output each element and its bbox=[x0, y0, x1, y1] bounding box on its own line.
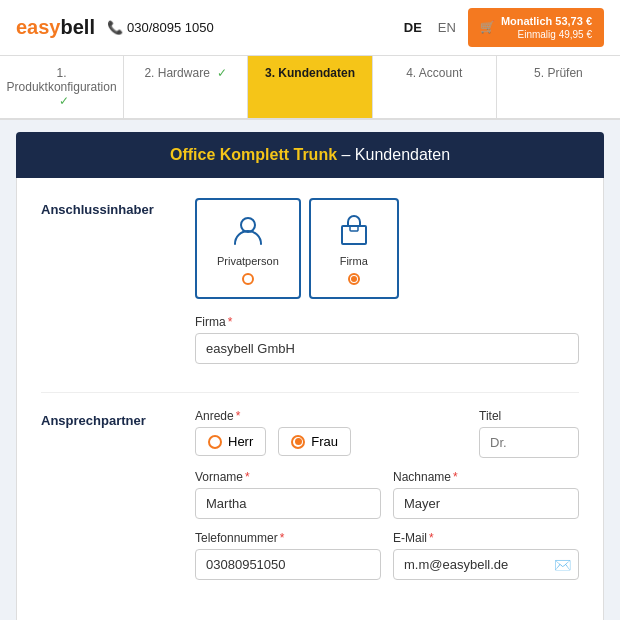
vorname-input[interactable] bbox=[195, 488, 381, 519]
titel-group: Titel bbox=[479, 409, 579, 458]
step-3-label: 3. Kundendaten bbox=[265, 66, 355, 80]
nachname-group: Nachname* bbox=[393, 470, 579, 519]
ansprechpartner-label: Ansprechpartner bbox=[41, 409, 171, 592]
title-rest: – Kundendaten bbox=[342, 146, 451, 163]
owner-type-privatperson[interactable]: Privatperson bbox=[195, 198, 301, 299]
firma-label: Firma* bbox=[195, 315, 579, 329]
header-left: easybell 📞 030/8095 1050 bbox=[16, 16, 214, 39]
frau-radio-circle bbox=[291, 435, 305, 449]
firma-icon bbox=[331, 212, 377, 251]
step-5-label: 5. Prüfen bbox=[534, 66, 583, 80]
phone: 📞 030/8095 1050 bbox=[107, 20, 214, 35]
email-label: E-Mail* bbox=[393, 531, 579, 545]
form-card: Anschlussinhaber Privatperson bbox=[16, 178, 604, 620]
step-1[interactable]: 1. Produktkonfiguration ✓ bbox=[0, 56, 124, 118]
price-monthly: Monatlich 53,73 € bbox=[501, 14, 592, 28]
frau-label: Frau bbox=[311, 434, 338, 449]
phone-icon: 📞 bbox=[107, 20, 123, 35]
anrede-label: Anrede* bbox=[195, 409, 467, 423]
svg-rect-2 bbox=[350, 226, 358, 231]
titel-label: Titel bbox=[479, 409, 579, 423]
section-title: Office Komplett Trunk – Kundendaten bbox=[16, 132, 604, 178]
step-4[interactable]: 4. Account bbox=[373, 56, 497, 118]
email-input[interactable] bbox=[393, 549, 579, 580]
firma-req: * bbox=[228, 315, 233, 329]
lang-switcher: DE EN 🛒 Monatlich 53,73 € Einmalig 49,95… bbox=[400, 8, 604, 47]
step-2[interactable]: 2. Hardware ✓ bbox=[124, 56, 248, 118]
email-wrapper: ✉️ bbox=[393, 549, 579, 580]
svg-point-0 bbox=[241, 218, 255, 232]
telefon-input[interactable] bbox=[195, 549, 381, 580]
cart-button[interactable]: 🛒 Monatlich 53,73 € Einmalig 49,95 € bbox=[468, 8, 604, 47]
price-once: Einmalig 49,95 € bbox=[501, 28, 592, 41]
step-1-check: ✓ bbox=[59, 94, 69, 108]
step-1-label: 1. Produktkonfiguration bbox=[7, 66, 117, 94]
step-4-label: 4. Account bbox=[406, 66, 462, 80]
privatperson-icon bbox=[217, 212, 279, 251]
lang-en-button[interactable]: EN bbox=[434, 8, 460, 47]
herr-label: Herr bbox=[228, 434, 253, 449]
telefon-group: Telefonnummer* bbox=[195, 531, 381, 580]
owner-type-firma[interactable]: Firma bbox=[309, 198, 399, 299]
title-highlight: Office Komplett Trunk bbox=[170, 146, 337, 163]
anschlussinhaber-label: Anschlussinhaber bbox=[41, 198, 171, 376]
firma-input[interactable] bbox=[195, 333, 579, 364]
step-5[interactable]: 5. Prüfen bbox=[497, 56, 620, 118]
anrede-radio-group: Herr Frau bbox=[195, 427, 467, 456]
contact-row: Telefonnummer* E-Mail* ✉️ bbox=[195, 531, 579, 592]
ansprechpartner-content: Anrede* Herr Frau bbox=[195, 409, 579, 592]
firma-card-label: Firma bbox=[331, 255, 377, 267]
anschlussinhaber-content: Privatperson Firma bbox=[195, 198, 579, 376]
step-2-check: ✓ bbox=[217, 66, 227, 80]
anrede-group: Anrede* Herr Frau bbox=[195, 409, 467, 458]
titel-input[interactable] bbox=[479, 427, 579, 458]
telefon-label: Telefonnummer* bbox=[195, 531, 381, 545]
firma-group: Firma* bbox=[195, 315, 579, 364]
nachname-label: Nachname* bbox=[393, 470, 579, 484]
email-group: E-Mail* ✉️ bbox=[393, 531, 579, 580]
privatperson-label: Privatperson bbox=[217, 255, 279, 267]
anrede-herr[interactable]: Herr bbox=[195, 427, 266, 456]
email-verified-icon: ✉️ bbox=[554, 557, 571, 573]
anrede-titel-row: Anrede* Herr Frau bbox=[195, 409, 579, 470]
anrede-frau[interactable]: Frau bbox=[278, 427, 351, 456]
cart-prices: Monatlich 53,73 € Einmalig 49,95 € bbox=[501, 14, 592, 41]
steps-nav: 1. Produktkonfiguration ✓ 2. Hardware ✓ … bbox=[0, 56, 620, 120]
logo: easybell bbox=[16, 16, 95, 39]
step-3[interactable]: 3. Kundendaten bbox=[248, 56, 372, 118]
phone-number: 030/8095 1050 bbox=[127, 20, 214, 35]
anschlussinhaber-section: Anschlussinhaber Privatperson bbox=[41, 198, 579, 376]
svg-rect-1 bbox=[342, 226, 366, 244]
nachname-input[interactable] bbox=[393, 488, 579, 519]
cart-icon: 🛒 bbox=[480, 20, 495, 36]
main-content: Office Komplett Trunk – Kundendaten Ansc… bbox=[0, 120, 620, 620]
logo-easy: easy bbox=[16, 16, 61, 38]
step-2-label: 2. Hardware bbox=[144, 66, 209, 80]
lang-de-button[interactable]: DE bbox=[400, 8, 426, 47]
vorname-label: Vorname* bbox=[195, 470, 381, 484]
ansprechpartner-section: Ansprechpartner Anrede* Herr bbox=[41, 409, 579, 592]
logo-bell: bell bbox=[61, 16, 95, 38]
vorname-group: Vorname* bbox=[195, 470, 381, 519]
privatperson-radio bbox=[242, 273, 254, 285]
herr-radio-circle bbox=[208, 435, 222, 449]
header: easybell 📞 030/8095 1050 DE EN 🛒 Monatli… bbox=[0, 0, 620, 56]
name-row: Vorname* Nachname* bbox=[195, 470, 579, 531]
firma-radio bbox=[348, 273, 360, 285]
owner-types: Privatperson Firma bbox=[195, 198, 579, 299]
